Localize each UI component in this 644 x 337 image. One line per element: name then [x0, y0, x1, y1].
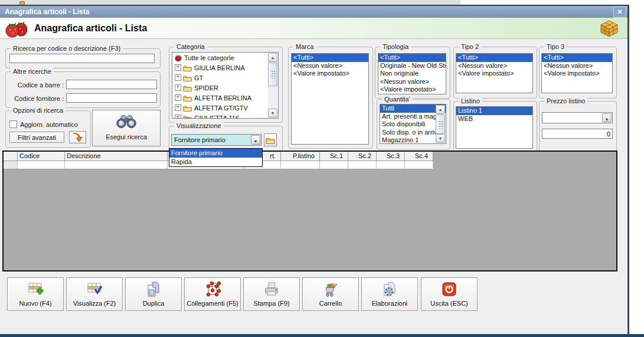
- column-header[interactable]: Codice: [18, 152, 65, 161]
- view-mode-value: Fornitore primario: [174, 136, 225, 143]
- scroll-thumb[interactable]: [436, 114, 445, 134]
- tree-expand-icon[interactable]: +: [175, 114, 181, 119]
- list-item[interactable]: <Tutti>: [292, 54, 368, 62]
- button-label: Visualizza (F2): [67, 300, 122, 307]
- list-item[interactable]: Originale - New Old Stoc: [378, 62, 446, 70]
- table-row[interactable]: [4, 161, 616, 169]
- tree-item[interactable]: + ALFETTA BERLINA: [172, 93, 278, 103]
- list-item[interactable]: <Nessun valore>: [542, 62, 612, 70]
- advanced-filters-button[interactable]: Filtri avanzati: [9, 132, 64, 143]
- duplicate-button[interactable]: Duplica: [125, 277, 182, 311]
- table-cell[interactable]: [405, 161, 433, 169]
- button-label: Uscita (ESC): [421, 300, 477, 307]
- view-mode-combobox[interactable]: Fornitore primario: [171, 134, 261, 146]
- chevron-down-icon[interactable]: [251, 135, 260, 145]
- links-button[interactable]: Collegamenti (F5): [184, 277, 241, 311]
- list-price-combobox[interactable]: [542, 112, 613, 123]
- list-item[interactable]: <Tutti>: [378, 54, 446, 62]
- close-button[interactable]: ✕: [613, 6, 626, 18]
- column-header[interactable]: Sc.1: [320, 152, 348, 161]
- column-header[interactable]: Sc.3: [377, 152, 405, 161]
- list-item[interactable]: <Tutti>: [542, 54, 612, 62]
- list-item[interactable]: Non originale: [378, 70, 446, 78]
- list-item[interactable]: <Valore impostato>: [292, 70, 368, 78]
- button-label: Carrello: [303, 300, 358, 307]
- scroll-up-icon[interactable]: ▲: [268, 53, 277, 62]
- tree-expand-icon[interactable]: +: [175, 84, 181, 91]
- table-cell[interactable]: [320, 161, 348, 169]
- table-header-row: Codice Descrizione rt. P.listino Sc.1 Sc…: [4, 152, 616, 161]
- exit-button[interactable]: Uscita (ESC): [421, 277, 478, 311]
- tree-item[interactable]: + GIULIA BERLINA: [172, 63, 278, 73]
- titlebar[interactable]: Anagrafica articoli - Lista: [0, 5, 629, 18]
- list-item[interactable]: Listino 1: [456, 107, 532, 115]
- column-header[interactable]: [4, 152, 18, 161]
- row-selector-cell[interactable]: [4, 161, 18, 169]
- page-title: Anagrafica articoli - Lista: [34, 23, 147, 34]
- column-header[interactable]: Descrizione: [65, 152, 168, 161]
- copy-documents-icon: [126, 280, 181, 300]
- tree-item-root[interactable]: Tutte le categorie: [172, 53, 278, 63]
- scroll-thumb[interactable]: [268, 63, 277, 86]
- tree-item[interactable]: + GIULIETTA 116: [172, 113, 278, 119]
- quantity-scrollbar[interactable]: ▲ ▼: [436, 105, 445, 143]
- view-button[interactable]: Visualizza (F2): [66, 277, 123, 311]
- table-check-icon: [67, 280, 122, 300]
- tree-item-label: GIULIA BERLINA: [194, 64, 245, 71]
- column-header[interactable]: Sc.2: [348, 152, 377, 161]
- binoculars-icon: [114, 113, 139, 130]
- tree-item[interactable]: + GT: [172, 73, 278, 83]
- list-item[interactable]: WEB: [456, 115, 532, 123]
- type3-listbox: <Tutti> <Nessun valore> <Valore impostat…: [541, 53, 613, 93]
- tree-expand-icon[interactable]: +: [175, 64, 181, 71]
- group-view-mode-label: Visualizzazione: [174, 122, 224, 129]
- search-code-input[interactable]: [9, 54, 155, 63]
- tree-expand-icon[interactable]: +: [175, 74, 181, 81]
- dropdown-option[interactable]: Fornitore primario: [169, 149, 262, 158]
- list-item[interactable]: <Valore impostato>: [378, 86, 446, 94]
- button-label: Nuovo (F4): [8, 300, 63, 307]
- table-cell[interactable]: [281, 161, 320, 169]
- new-button[interactable]: Nuovo (F4): [7, 277, 64, 311]
- list-item[interactable]: <Nessun valore>: [378, 78, 446, 86]
- auto-update-checkbox[interactable]: [9, 120, 17, 128]
- dropdown-option[interactable]: Rapida: [169, 158, 262, 166]
- category-scrollbar[interactable]: ▲ ▼: [268, 53, 277, 117]
- table-cell[interactable]: [65, 161, 168, 169]
- list-item[interactable]: <Valore impostato>: [542, 70, 612, 78]
- run-search-button[interactable]: Esegui ricerca: [92, 110, 161, 146]
- table-cell[interactable]: [377, 161, 405, 169]
- group-quantity-label: Quantita': [382, 96, 413, 103]
- filters-arrow-button[interactable]: [69, 131, 86, 143]
- cart-button[interactable]: Carrello: [302, 277, 359, 311]
- window-title: Anagrafica articoli - Lista: [5, 8, 89, 16]
- tree-expand-icon[interactable]: +: [175, 94, 181, 101]
- list-item[interactable]: <Tutti>: [456, 54, 532, 62]
- tree-expand-icon[interactable]: +: [175, 104, 181, 111]
- table-cell[interactable]: [18, 161, 65, 169]
- tree-item[interactable]: + ALFETTA GT/GTV: [172, 103, 278, 113]
- barcode-input[interactable]: [66, 80, 157, 89]
- scroll-up-icon[interactable]: ▲: [436, 105, 445, 114]
- advanced-filters-label: Filtri avanzati: [18, 134, 56, 141]
- group-search-options-label: Opzioni di ricerca: [11, 107, 66, 114]
- table-cell[interactable]: [348, 161, 377, 169]
- open-folder-button[interactable]: [264, 133, 277, 146]
- column-header[interactable]: P.listino: [281, 152, 320, 161]
- scroll-down-icon[interactable]: ▼: [268, 109, 277, 117]
- list-item[interactable]: <Nessun valore>: [292, 62, 368, 70]
- list-item[interactable]: <Nessun valore>: [456, 62, 532, 70]
- group-category-label: Categoria: [174, 43, 207, 50]
- view-mode-dropdown-list: Fornitore primario Rapida: [169, 148, 263, 167]
- print-button[interactable]: Stampa (F9): [243, 277, 300, 311]
- table-add-icon: [8, 280, 63, 300]
- list-item[interactable]: <Valore impostato>: [456, 70, 532, 78]
- processing-button[interactable]: Elaborazioni: [361, 277, 418, 311]
- tree-item[interactable]: + SPIDER: [172, 83, 278, 93]
- folder-icon: [183, 84, 192, 91]
- chevron-down-icon[interactable]: [602, 113, 612, 122]
- list-price-amount-input[interactable]: [542, 129, 613, 139]
- scroll-down-icon[interactable]: ▼: [436, 134, 445, 143]
- column-header[interactable]: Sc.4: [405, 152, 433, 161]
- supplier-code-input[interactable]: [66, 93, 157, 103]
